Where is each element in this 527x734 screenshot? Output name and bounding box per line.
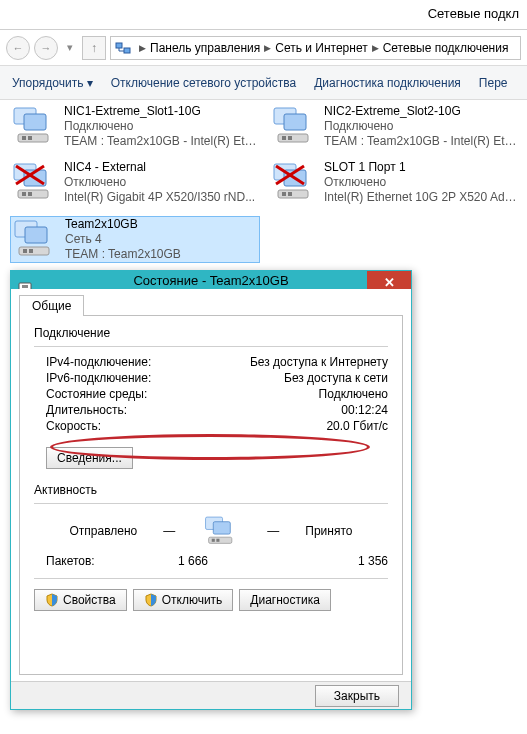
divider xyxy=(34,346,388,347)
adapter-status: Подключено xyxy=(324,119,520,134)
shield-icon xyxy=(144,593,158,607)
adapter-name: SLOT 1 Порт 1 xyxy=(324,160,520,175)
network-adapter-icon xyxy=(270,104,318,148)
shield-icon xyxy=(45,593,59,607)
row-ipv4: IPv4-подключение: Без доступа к Интернет… xyxy=(46,355,388,369)
properties-button-label: Свойства xyxy=(63,593,116,607)
activity-icon xyxy=(201,514,241,548)
forward-button[interactable]: → xyxy=(34,36,58,60)
label-media: Состояние среды: xyxy=(46,387,147,401)
chevron-right-icon: ▶ xyxy=(368,43,383,53)
network-adapter-icon xyxy=(11,217,59,261)
row-packets: Пакетов: 1 666 1 356 xyxy=(46,554,388,568)
chevron-right-icon: ▶ xyxy=(260,43,275,53)
adapter-desc: Intel(R) Ethernet 10G 2P X520 Ada... xyxy=(324,190,520,205)
adapter-item-selected[interactable]: Team2x10GB Сеть 4 TEAM : Team2x10GB xyxy=(10,216,260,263)
details-button[interactable]: Сведения... xyxy=(46,447,133,469)
breadcrumb[interactable]: ▶ Панель управления ▶ Сеть и Интернет ▶ … xyxy=(110,36,521,60)
back-button[interactable]: ← xyxy=(6,36,30,60)
network-adapter-disabled-icon xyxy=(270,160,318,204)
toolbar: Упорядочить ▾ Отключение сетевого устрой… xyxy=(0,66,527,100)
value-speed: 20.0 Гбит/с xyxy=(326,419,388,433)
adapter-desc: TEAM : Team2x10GB - Intel(R) Eth... xyxy=(64,134,260,149)
group-activity-label: Активность xyxy=(34,483,388,497)
svg-rect-1 xyxy=(124,48,130,53)
value-duration: 00:12:24 xyxy=(341,403,388,417)
value-packets-recv: 1 356 xyxy=(358,554,388,568)
label-ipv6: IPv6-подключение: xyxy=(46,371,151,385)
divider xyxy=(34,503,388,504)
window-title: Сетевые подкл xyxy=(0,0,527,30)
crumb-control-panel[interactable]: Панель управления xyxy=(150,41,260,55)
value-packets-sent: 1 666 xyxy=(178,554,208,568)
adapter-name: NIC4 - External xyxy=(64,160,255,175)
tab-panel: Подключение IPv4-подключение: Без доступ… xyxy=(19,315,403,675)
svg-rect-12 xyxy=(22,285,28,288)
status-dialog: Состояние - Team2x10GB ✕ Общие Подключен… xyxy=(10,270,412,710)
label-ipv4: IPv4-подключение: xyxy=(46,355,151,369)
adapter-item[interactable]: NIC4 - External Отключено Intel(R) Gigab… xyxy=(10,160,260,205)
adapter-desc: TEAM : Team2x10GB xyxy=(65,247,181,262)
crumb-network-internet[interactable]: Сеть и Интернет xyxy=(275,41,367,55)
divider xyxy=(34,578,388,579)
adapter-status: Отключено xyxy=(324,175,520,190)
network-folder-icon xyxy=(115,40,131,56)
adapter-item[interactable]: SLOT 1 Порт 1 Отключено Intel(R) Etherne… xyxy=(270,160,520,205)
row-speed: Скорость: 20.0 Гбит/с xyxy=(46,419,388,433)
disable-button-label: Отключить xyxy=(162,593,223,607)
label-received: Принято xyxy=(305,524,352,538)
toolbar-rename[interactable]: Пере xyxy=(479,76,508,90)
crumb-network-connections[interactable]: Сетевые подключения xyxy=(383,41,509,55)
dash-icon: — xyxy=(267,524,279,538)
adapter-item[interactable]: NIC2-Extreme_Slot2-10G Подключено TEAM :… xyxy=(270,104,520,149)
svg-rect-0 xyxy=(116,43,122,48)
label-sent: Отправлено xyxy=(70,524,138,538)
properties-button[interactable]: Свойства xyxy=(34,589,127,611)
adapter-desc: TEAM : Team2x10GB - Intel(R) Eth... xyxy=(324,134,520,149)
label-duration: Длительность: xyxy=(46,403,127,417)
address-bar: ← → ▾ ↑ ▶ Панель управления ▶ Сеть и Инт… xyxy=(0,30,527,66)
adapter-name: NIC1-Extreme_Slot1-10G xyxy=(64,104,260,119)
value-ipv6: Без доступа к сети xyxy=(284,371,388,385)
adapter-status: Отключено xyxy=(64,175,255,190)
group-connection-label: Подключение xyxy=(34,326,388,340)
chevron-right-icon: ▶ xyxy=(135,43,150,53)
tab-general[interactable]: Общие xyxy=(19,295,84,316)
adapter-name: NIC2-Extreme_Slot2-10G xyxy=(324,104,520,119)
label-packets: Пакетов: xyxy=(46,554,95,568)
dialog-title: Состояние - Team2x10GB xyxy=(133,273,288,288)
close-dialog-button[interactable]: Закрыть xyxy=(315,685,399,707)
row-ipv6: IPv6-подключение: Без доступа к сети xyxy=(46,371,388,385)
adapter-name: Team2x10GB xyxy=(65,217,181,232)
adapter-desc: Intel(R) Gigabit 4P X520/I350 rND... xyxy=(64,190,255,205)
label-speed: Скорость: xyxy=(46,419,101,433)
toolbar-diagnose[interactable]: Диагностика подключения xyxy=(314,76,461,90)
toolbar-organize[interactable]: Упорядочить ▾ xyxy=(12,76,93,90)
row-media: Состояние среды: Подключено xyxy=(46,387,388,401)
network-adapter-disabled-icon xyxy=(10,160,58,204)
adapter-status: Подключено xyxy=(64,119,260,134)
network-adapter-icon xyxy=(10,104,58,148)
adapter-status: Сеть 4 xyxy=(65,232,181,247)
toolbar-disable-device[interactable]: Отключение сетевого устройства xyxy=(111,76,296,90)
row-duration: Длительность: 00:12:24 xyxy=(46,403,388,417)
value-ipv4: Без доступа к Интернету xyxy=(250,355,388,369)
recent-dropdown[interactable]: ▾ xyxy=(62,36,78,60)
adapter-item[interactable]: NIC1-Extreme_Slot1-10G Подключено TEAM :… xyxy=(10,104,260,149)
diagnose-button[interactable]: Диагностика xyxy=(239,589,331,611)
activity-graphic: Отправлено — — Принято xyxy=(34,514,388,548)
disable-button[interactable]: Отключить xyxy=(133,589,234,611)
dialog-titlebar[interactable]: Состояние - Team2x10GB ✕ xyxy=(11,271,411,289)
dialog-footer: Закрыть xyxy=(11,681,411,709)
dash-icon: — xyxy=(163,524,175,538)
value-media: Подключено xyxy=(319,387,388,401)
up-button[interactable]: ↑ xyxy=(82,36,106,60)
